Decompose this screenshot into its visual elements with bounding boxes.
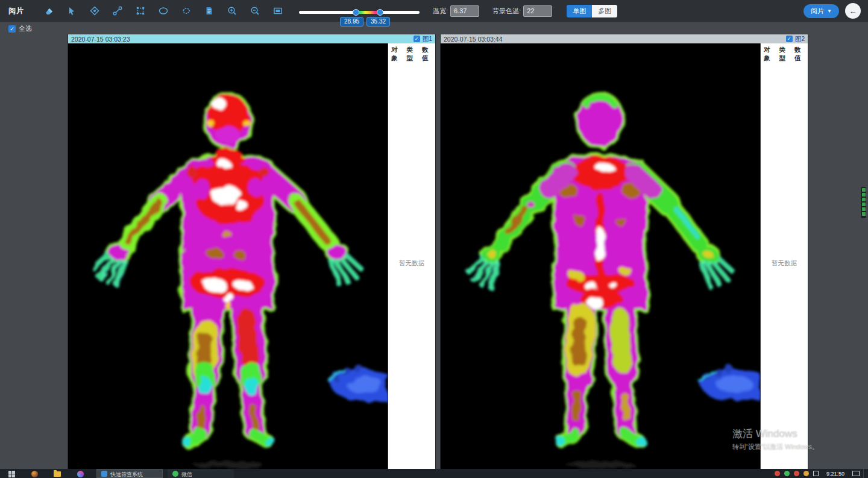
polygon-select-icon[interactable]: [178, 3, 194, 19]
toolbar: 阅片: [0, 0, 868, 22]
folder-icon: [54, 471, 61, 477]
battery-cells-icon: [862, 188, 866, 217]
review-menu-button[interactable]: 阅片 ▼: [804, 4, 839, 18]
back-button[interactable]: ←: [845, 3, 861, 19]
eraser-icon[interactable]: [41, 3, 57, 19]
slider-handle-high[interactable]: [377, 9, 383, 16]
tool-group: [41, 3, 286, 19]
review-menu-label: 阅片: [811, 7, 824, 16]
thermal-image-1[interactable]: [68, 43, 388, 469]
slider-value-badges: 28.95 35.32: [340, 17, 390, 27]
measurement-panel-2: 对象 类型 数值 暂无数据: [760, 43, 808, 469]
tray-red2-icon[interactable]: [794, 471, 799, 476]
image1-label: 图1: [423, 35, 432, 43]
point-marker-icon[interactable]: [87, 3, 102, 19]
image1-timestamp: 2020-07-15 03:03:23: [71, 36, 414, 43]
ellipse-select-icon[interactable]: [156, 3, 171, 19]
temp-width-label: 温宽:: [433, 7, 448, 16]
range-low-value: 28.95: [340, 17, 363, 27]
start-button[interactable]: [0, 469, 23, 478]
image-card-1: 2020-07-15 03:03:23 ✓ 图1: [68, 34, 435, 469]
select-all-checkbox[interactable]: ✓ 全选: [8, 24, 32, 33]
image-card-2: 2020-07-15 03:03:44 ✓ 图2: [441, 34, 808, 469]
tray-green-icon[interactable]: [784, 471, 790, 476]
cold-object: [699, 365, 760, 401]
wechat-icon: [172, 471, 178, 477]
browser-icon[interactable]: [23, 469, 46, 478]
image2-header[interactable]: 2020-07-15 03:03:44 ✓ 图2: [441, 34, 808, 43]
zoom-out-icon[interactable]: [247, 3, 263, 19]
toolbar-right: 阅片 ▼ ←: [804, 3, 861, 19]
checkbox-checked-icon[interactable]: ✓: [786, 36, 793, 42]
taskbar-app1-label: 快速筛查系统: [110, 471, 143, 478]
taskbar-clock[interactable]: 9:21:50: [826, 471, 844, 477]
col-object: 对象: [391, 46, 402, 63]
taskbar-app2-label: 微信: [181, 471, 192, 478]
multi-view-button[interactable]: 多图: [592, 5, 617, 17]
screening-app-icon: [101, 471, 107, 477]
empty-data-text: 暂无数据: [388, 259, 435, 268]
col-value: 数值: [794, 46, 805, 63]
select-all-label: 全选: [19, 24, 32, 33]
image1-header[interactable]: 2020-07-15 03:03:23 ✓ 图1: [68, 34, 435, 43]
view-mode-switch: 单图 多图: [567, 5, 617, 17]
col-value: 数值: [422, 46, 433, 63]
tray-red-icon[interactable]: [775, 471, 780, 476]
slider-handle-low[interactable]: [353, 9, 359, 16]
checkbox-checked-icon: ✓: [8, 25, 16, 33]
checkbox-checked-icon[interactable]: ✓: [414, 36, 420, 42]
battery-indicator[interactable]: [861, 187, 866, 218]
measurement-panel-1: 对象 类型 数值 暂无数据: [388, 43, 435, 469]
panel-columns: 对象 类型 数值: [761, 43, 808, 64]
system-tray: 9:21:50: [775, 469, 863, 477]
col-type: 类型: [779, 46, 790, 63]
app-launcher-icon[interactable]: [69, 469, 92, 478]
zoom-in-icon[interactable]: [224, 3, 240, 19]
chevron-down-icon: ▼: [827, 8, 832, 14]
tray-window-icon[interactable]: [813, 471, 819, 476]
image2-select[interactable]: ✓ 图2: [786, 35, 805, 43]
temp-width-input[interactable]: 6.37: [450, 5, 479, 17]
browser-circle-icon: [31, 471, 38, 477]
range-high-value: 35.32: [366, 17, 390, 27]
taskbar-app-wechat[interactable]: 微信: [168, 469, 234, 478]
panel-columns: 对象 类型 数值: [388, 43, 435, 64]
show-desktop-button[interactable]: [863, 469, 868, 478]
image2-timestamp: 2020-07-15 03:03:44: [444, 36, 786, 43]
colorful-circle-icon: [77, 471, 84, 477]
rect-select-icon[interactable]: [133, 3, 148, 19]
windows-logo-icon: [8, 471, 15, 477]
single-view-button[interactable]: 单图: [567, 5, 592, 17]
bg-temp-input[interactable]: 22: [523, 5, 552, 17]
thermal-review-app: 阅片: [0, 0, 868, 478]
image2-label: 图2: [795, 35, 805, 43]
image2-body: 对象 类型 数值 暂无数据: [441, 43, 808, 469]
touch-keyboard-icon[interactable]: [852, 471, 860, 476]
slider-color-band: [356, 11, 380, 14]
image1-select[interactable]: ✓ 图1: [414, 35, 432, 43]
empty-data-text: 暂无数据: [761, 259, 808, 268]
temperature-range-slider: 28.95 35.32: [299, 3, 420, 19]
report-icon[interactable]: [201, 3, 217, 19]
tray-orange-icon[interactable]: [804, 471, 809, 476]
image1-body: 对象 类型 数值 暂无数据: [68, 43, 435, 469]
bg-temp-label: 背景色温:: [492, 7, 521, 16]
line-measure-icon[interactable]: [110, 3, 125, 19]
fit-screen-icon[interactable]: [270, 3, 286, 19]
select-cursor-icon[interactable]: [64, 3, 80, 19]
taskbar: 快速筛查系统 微信 9:21:50: [0, 469, 868, 478]
main-content: ✓ 全选 2020-07-15 03:03:23 ✓ 图1: [0, 22, 868, 470]
thermal-image-2[interactable]: [441, 43, 760, 469]
cold-object: [329, 365, 388, 401]
col-type: 类型: [406, 46, 417, 63]
col-object: 对象: [764, 46, 775, 63]
app-title: 阅片: [8, 6, 24, 16]
taskbar-app-screening[interactable]: 快速筛查系统: [96, 469, 163, 478]
back-arrow-icon: ←: [849, 7, 857, 16]
file-explorer-icon[interactable]: [46, 469, 69, 478]
